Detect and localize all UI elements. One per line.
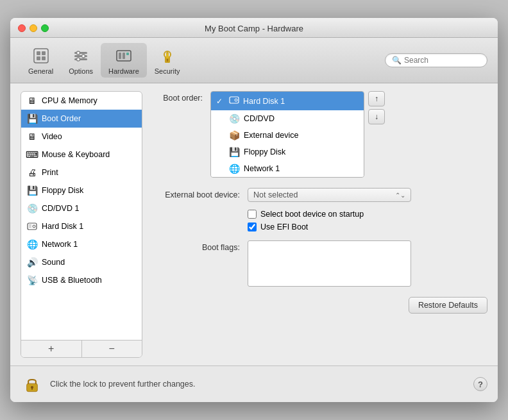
sidebar-item-mouse-keyboard[interactable]: ⌨ Mouse & Keyboard: [21, 146, 142, 164]
boot-flags-textarea[interactable]: [248, 240, 411, 287]
select-boot-device-checkbox[interactable]: [248, 210, 257, 219]
boot-order-item-label-2: External device: [244, 131, 298, 140]
sidebar-item-print[interactable]: 🖨 Print: [21, 164, 142, 181]
tab-hardware[interactable]: Hardware: [101, 43, 147, 78]
boot-order-item-label-4: Network 1: [244, 164, 280, 173]
boot-order-item-floppy[interactable]: 💾 Floppy Disk: [211, 144, 364, 160]
sidebar-label-floppy: Floppy Disk: [42, 186, 83, 195]
statusbar: Click the lock to prevent further change…: [10, 365, 498, 402]
boot-order-section: Boot order: ✓ Hard Disk 1: [153, 91, 487, 178]
boot-order-item-hard-disk[interactable]: ✓ Hard Disk 1: [211, 92, 364, 110]
sidebar-label-network: Network 1: [42, 240, 78, 249]
sidebar-item-cpu-memory[interactable]: 🖥 CPU & Memory: [21, 92, 142, 110]
use-efi-boot-checkbox[interactable]: [248, 223, 257, 231]
general-icon: [31, 46, 51, 66]
help-button[interactable]: ?: [473, 377, 487, 391]
tab-general[interactable]: General: [21, 43, 61, 78]
sidebar-item-usb-bluetooth[interactable]: 📡 USB & Bluetooth: [21, 271, 142, 289]
sidebar-label-video: Video: [42, 132, 62, 141]
sound-icon: 🔊: [26, 256, 38, 268]
svg-rect-3: [37, 56, 40, 60]
boot-order-item-external[interactable]: 📦 External device: [211, 127, 364, 144]
svg-rect-14: [126, 53, 129, 55]
maximize-button[interactable]: [41, 24, 49, 32]
svg-rect-13: [123, 53, 125, 59]
boot-order-label: Boot order:: [153, 91, 210, 103]
check-icon-hard-disk: ✓: [216, 97, 225, 106]
checkbox1-label: Select boot device on startup: [260, 210, 364, 219]
right-panel: Boot order: ✓ Hard Disk 1: [153, 91, 487, 358]
tab-options[interactable]: Options: [61, 43, 101, 78]
remove-item-button[interactable]: −: [82, 340, 142, 357]
boot-flags-section: Boot flags:: [153, 240, 487, 287]
sidebar-item-video[interactable]: 🖥 Video: [21, 128, 142, 146]
boot-arrows: ↑ ↓: [368, 91, 385, 124]
security-icon: [157, 46, 178, 66]
external-device-label: External boot device:: [153, 190, 248, 199]
hard-disk-boot-icon: [229, 95, 239, 107]
external-device-dropdown[interactable]: Not selected ⌃⌄: [248, 188, 411, 202]
checkbox2-label: Use EFI Boot: [260, 223, 308, 231]
tab-hardware-label: Hardware: [108, 67, 139, 75]
main-window: My Boot Camp - Hardware General: [10, 18, 498, 402]
boot-order-item-network[interactable]: 🌐 Network 1: [211, 160, 364, 177]
sidebar-item-cd-dvd[interactable]: 💿 CD/DVD 1: [21, 199, 142, 217]
sidebar: 🖥 CPU & Memory 💾 Boot Order 🖥 Video ⌨ Mo…: [21, 91, 142, 358]
sidebar-label-hard-disk: Hard Disk 1: [42, 222, 83, 231]
svg-point-9: [82, 55, 85, 58]
add-item-button[interactable]: +: [21, 340, 82, 357]
sidebar-item-network[interactable]: 🌐 Network 1: [21, 235, 142, 253]
external-boot-icon: 📦: [229, 130, 240, 140]
restore-defaults-button[interactable]: Restore Defaults: [409, 297, 487, 314]
sidebar-label-sound: Sound: [42, 258, 65, 267]
search-box[interactable]: 🔍: [385, 53, 487, 67]
boot-order-item-cd-dvd[interactable]: 💿 CD/DVD: [211, 110, 364, 127]
sidebar-list: 🖥 CPU & Memory 💾 Boot Order 🖥 Video ⌨ Mo…: [21, 92, 142, 340]
sidebar-item-sound[interactable]: 🔊 Sound: [21, 253, 142, 271]
sidebar-item-hard-disk[interactable]: Hard Disk 1: [21, 217, 142, 235]
svg-rect-0: [34, 49, 48, 63]
titlebar: My Boot Camp - Hardware: [10, 18, 498, 38]
toolbar-tabs: General Options: [21, 43, 188, 78]
status-text: Click the lock to prevent further change…: [50, 380, 467, 389]
svg-point-10: [77, 58, 80, 61]
chevron-down-icon: ⌃⌄: [395, 192, 405, 199]
traffic-lights: [18, 24, 49, 32]
network-boot-icon: 🌐: [229, 164, 240, 174]
hard-disk-icon: [26, 221, 38, 232]
sidebar-label-boot-order: Boot Order: [42, 114, 81, 123]
cpu-memory-icon: 🖥: [26, 95, 38, 106]
sidebar-label-cpu-memory: CPU & Memory: [42, 96, 97, 105]
usb-bluetooth-icon: 📡: [26, 274, 38, 286]
arrow-up-button[interactable]: ↑: [368, 91, 385, 106]
minimize-button[interactable]: [30, 24, 37, 32]
options-icon: [71, 46, 91, 66]
external-device-section: External boot device: Not selected ⌃⌄: [153, 188, 487, 202]
svg-rect-2: [42, 51, 46, 55]
sidebar-label-cd-dvd: CD/DVD 1: [42, 204, 79, 213]
boot-order-list: ✓ Hard Disk 1 💿: [210, 91, 364, 178]
mouse-keyboard-icon: ⌨: [26, 149, 38, 160]
sidebar-item-floppy[interactable]: 💾 Floppy Disk: [21, 181, 142, 199]
sidebar-item-boot-order[interactable]: 💾 Boot Order: [21, 110, 142, 128]
network-icon: 🌐: [26, 239, 38, 250]
lock-button[interactable]: [21, 373, 44, 396]
video-icon: 🖥: [26, 131, 38, 142]
restore-defaults-wrapper: Restore Defaults: [153, 297, 487, 314]
boot-flags-label: Boot flags:: [153, 240, 248, 252]
toolbar: General Options: [10, 38, 498, 83]
checkbox-row-2[interactable]: Use EFI Boot: [248, 223, 487, 231]
svg-rect-4: [42, 56, 46, 60]
window-title: My Boot Camp - Hardware: [205, 24, 303, 33]
checkbox-row-1[interactable]: Select boot device on startup: [248, 210, 487, 219]
svg-rect-18: [166, 53, 169, 58]
svg-point-22: [33, 225, 35, 228]
search-input[interactable]: [404, 56, 487, 65]
cd-dvd-boot-icon: 💿: [229, 113, 240, 124]
tab-security[interactable]: Security: [147, 43, 188, 78]
arrow-down-button[interactable]: ↓: [368, 109, 385, 124]
close-button[interactable]: [18, 24, 26, 32]
sidebar-footer: + −: [21, 340, 142, 357]
boot-order-item-label-3: Floppy Disk: [244, 147, 285, 156]
svg-point-19: [166, 59, 167, 60]
